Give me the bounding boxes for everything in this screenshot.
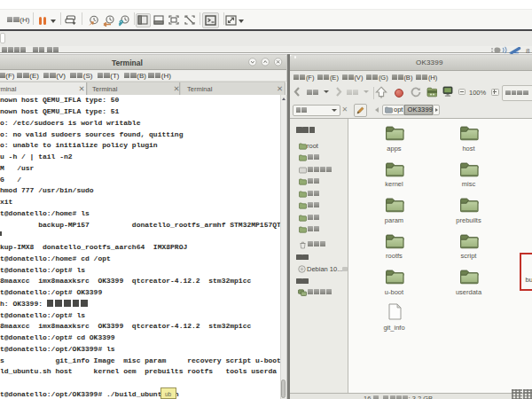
svg-text:8: 8: [526, 46, 530, 54]
